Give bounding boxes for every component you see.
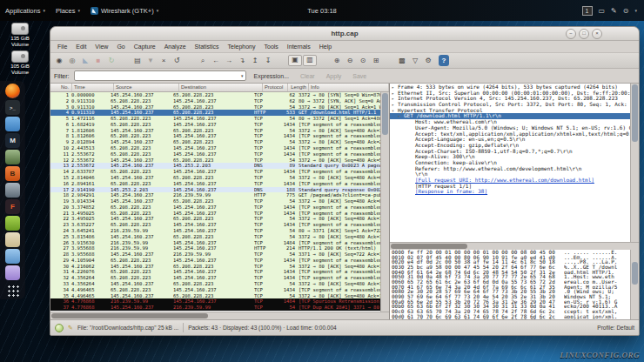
packet-row[interactable]: 37 4.776868 145.254.160.237 216.239.59.9…	[50, 305, 380, 311]
expression-button[interactable]: Expression...	[251, 73, 292, 79]
expander-icon[interactable]	[409, 189, 415, 195]
column-header[interactable]: Source	[114, 84, 179, 91]
packet-row[interactable]: 26 3.915630 216.239.59.99 145.254.160.23…	[50, 240, 380, 246]
volume-desktop-icon[interactable]: 105 GiB Volume	[5, 50, 35, 76]
detail-line[interactable]: User-Agent: Mozilla/5.0 (Windows; U; Win…	[390, 125, 630, 131]
volume-desktop-icon[interactable]: 135 GiB Volume	[5, 23, 35, 48]
clear-button[interactable]: Clear	[297, 73, 319, 79]
packet-row[interactable]: 36 4.776868 216.239.59.99 145.254.160.23…	[50, 298, 380, 305]
detail-line[interactable]: [Response in frame: 38]	[390, 189, 630, 195]
detail-line[interactable]: Host: www.ethereal.com\r\n	[390, 119, 630, 125]
burpsuite-icon[interactable]: B	[5, 166, 20, 181]
packet-row[interactable]: 30 4.216062 145.254.160.237 65.208.228.2…	[50, 264, 380, 270]
metasploit-icon[interactable]: M	[5, 133, 20, 148]
detail-line[interactable]: Accept-Charset: ISO-8859-1,utf-8;q=0.7,*…	[390, 149, 630, 155]
expander-icon[interactable]	[409, 171, 415, 178]
cherrytree-icon[interactable]	[5, 249, 20, 264]
capture-options-button[interactable]: ◎	[66, 55, 78, 66]
files-icon[interactable]	[5, 117, 20, 131]
column-header[interactable]: No.	[50, 84, 72, 91]
toolbar-separator[interactable]	[118, 55, 131, 66]
packet-row[interactable]: 17 2.914190 145.253.2.203 145.254.160.23…	[50, 187, 380, 193]
packet-row[interactable]: 12 2.553672 145.254.160.237 65.208.228.2…	[50, 158, 380, 164]
input-pencil-icon[interactable]: ✎	[611, 7, 617, 15]
detail-line[interactable]: Accept: text/xml,application/xml,applica…	[390, 131, 630, 137]
scrollbar-thumb[interactable]	[51, 313, 208, 318]
packet-row[interactable]: 20 3.374852 65.208.228.223 145.254.160.2…	[50, 204, 380, 211]
column-header[interactable]: Length	[288, 84, 309, 91]
packet-row[interactable]: 16 2.894161 65.208.228.223 145.254.160.2…	[50, 181, 380, 187]
detail-line[interactable]: \r\n	[390, 171, 630, 178]
expander-icon[interactable]	[409, 160, 415, 166]
packet-row[interactable]: 3 0.911310 145.254.160.237 65.208.228.22…	[50, 104, 380, 111]
titlebar[interactable]: http.cap − □ ×	[50, 27, 639, 41]
packet-row[interactable]: 1 0.000000 145.254.160.237 65.208.228.22…	[50, 92, 380, 98]
filter-dropdown-icon[interactable]: ▾	[241, 73, 244, 78]
packet-row[interactable]: 11 2.553672 65.208.228.223 145.254.160.2…	[50, 151, 380, 158]
goto-packet-button[interactable]: ↴	[236, 55, 248, 66]
expander-icon[interactable]	[409, 119, 415, 125]
colorize-toggle[interactable]: ▣	[288, 55, 302, 66]
find-packet-button[interactable]: ⌕	[197, 55, 209, 66]
packet-row[interactable]: 8 1.812606 65.208.228.223 145.254.160.23…	[50, 133, 380, 139]
workspace-indicator[interactable]: 1	[582, 6, 593, 16]
zoom-out-button[interactable]: ⊖	[344, 55, 356, 66]
expander-icon[interactable]: ▸	[398, 113, 404, 119]
display-icon[interactable]: ▭	[599, 7, 606, 15]
faraday-icon[interactable]: F	[5, 199, 20, 214]
power-icon[interactable]: ⊙	[623, 7, 629, 15]
details-vscrollbar[interactable]	[630, 84, 639, 242]
keepnote-icon[interactable]	[5, 265, 20, 280]
maximize-button[interactable]: □	[579, 29, 589, 39]
packet-row[interactable]: 6 1.682419 65.208.228.223 145.254.160.23…	[50, 122, 380, 128]
scrollbar-thumb[interactable]	[632, 262, 638, 285]
packet-row[interactable]: 22 3.495025 145.254.160.237 65.208.228.2…	[50, 216, 380, 222]
detail-line[interactable]: ▸ Internet Protocol Version 4, Src: 145.…	[390, 96, 630, 102]
terminal-icon[interactable]: >_	[5, 100, 20, 115]
save-button[interactable]: Save	[349, 73, 370, 79]
expander-icon[interactable]	[409, 131, 415, 137]
scrollbar-thumb[interactable]	[391, 244, 467, 249]
column-header[interactable]: Info	[309, 84, 389, 91]
packet-row[interactable]: 7 1.812606 145.254.160.237 65.208.228.22…	[50, 128, 380, 134]
detail-line[interactable]: [Full request URI: http://www.ethereal.c…	[390, 178, 630, 184]
menu-item[interactable]: Help	[315, 44, 336, 50]
menu-item[interactable]: Tools	[259, 44, 282, 50]
zoom-in-button[interactable]: ⊕	[331, 55, 343, 66]
stop-capture-button[interactable]: ■	[92, 55, 104, 66]
detail-line[interactable]: Connection: keep-alive\r\n	[390, 160, 630, 166]
restart-capture-button[interactable]: ↻	[105, 55, 117, 66]
close-button[interactable]: ×	[592, 29, 602, 39]
detail-line[interactable]: Referer: http://www.ethereal.com/develop…	[390, 166, 630, 172]
detail-line[interactable]: [HTTP request 1/1]	[390, 184, 630, 190]
goto-first-button[interactable]: ↥	[249, 55, 261, 66]
resize-columns-button[interactable]: ⊞	[370, 55, 382, 66]
packet-row[interactable]: 15 2.814046 145.254.160.237 65.208.228.2…	[50, 175, 380, 181]
goto-last-button[interactable]: ↧	[262, 55, 274, 66]
packet-list-vscrollbar[interactable]	[380, 92, 389, 312]
expander-icon[interactable]	[409, 178, 415, 184]
detail-line[interactable]: Accept-Encoding: gzip,deflate\r\n	[390, 143, 630, 149]
menu-item[interactable]: Internals	[283, 44, 315, 50]
packet-row[interactable]: 29 4.105904 65.208.228.223 145.254.160.2…	[50, 258, 380, 264]
close-file-button[interactable]: ×	[158, 55, 170, 66]
capture-comment-pencil-icon[interactable]: ✎	[68, 325, 73, 332]
toolbar-separator[interactable]	[184, 55, 196, 66]
packet-row[interactable]: 33 4.356264 145.254.160.237 65.208.228.2…	[50, 281, 380, 287]
packet-row[interactable]: 9 2.012894 145.254.160.237 65.208.228.22…	[50, 139, 380, 145]
expander-icon[interactable]	[409, 184, 415, 190]
packet-row[interactable]: 35 4.496465 145.254.160.237 65.208.228.2…	[50, 293, 380, 299]
expander-icon[interactable]	[409, 149, 415, 155]
active-window-menu[interactable]: Wireshark (GTK+) ▾	[85, 7, 164, 15]
reload-file-button[interactable]: ↺	[171, 55, 183, 66]
expander-icon[interactable]	[409, 166, 415, 172]
detail-line[interactable]: Accept-Language: en-us,en;q=0.5\r\n	[390, 137, 630, 143]
packet-row[interactable]: 25 3.815486 145.254.160.237 65.208.228.2…	[50, 234, 380, 240]
armitage-icon[interactable]	[5, 150, 20, 164]
toolbar-separator[interactable]	[383, 55, 395, 66]
packet-row[interactable]: 4 0.911310 145.254.160.237 65.208.228.22…	[50, 110, 380, 116]
packet-row[interactable]: 32 4.356264 65.208.228.223 145.254.160.2…	[50, 275, 380, 281]
column-header[interactable]: Destination	[179, 84, 263, 91]
menu-item[interactable]: Edit	[71, 44, 91, 50]
save-file-button[interactable]: ▼	[144, 55, 157, 66]
